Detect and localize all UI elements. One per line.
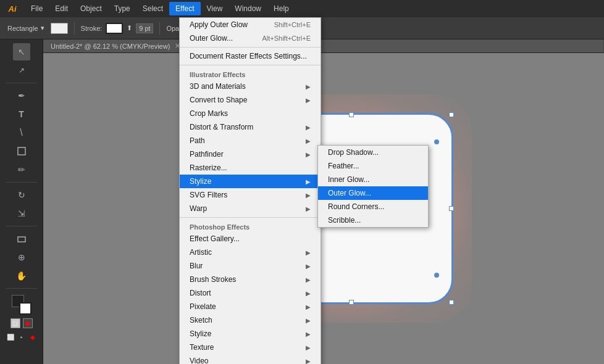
stroke-label: Stroke: [81,25,103,32]
sketch-label: Sketch [190,316,212,325]
artistic-label: Artistic [190,248,212,257]
menu-object[interactable]: Object [74,2,108,15]
handle-bm[interactable] [349,300,354,305]
menu-3d-materials[interactable]: 3D and Materials ▶ [180,80,321,93]
warp-arrow: ▶ [306,205,311,212]
stroke-swatch[interactable] [106,23,123,34]
menu-select[interactable]: Select [136,2,169,15]
menu-convert-shape[interactable]: Convert to Shape ▶ [180,93,321,107]
screen-mode-icon[interactable]: ⬜ [6,332,15,342]
screen-mode-icons: ⬜ ▪ ◆ [6,332,38,342]
handle-tr[interactable] [449,112,454,117]
section-illustrator: Illustrator Effects [180,67,321,80]
type-tool[interactable]: T [13,105,30,123]
tool-divider-4 [6,288,37,289]
menu-svg-filters[interactable]: SVG Filters ▶ [180,188,321,202]
stroke-value[interactable] [136,23,153,33]
direct-select-tool[interactable]: ↗ [13,62,30,79]
separator-3 [180,217,321,218]
app-icon: Ai [5,1,20,16]
menu-stylize[interactable]: Stylize ▶ [180,175,321,188]
brush-tool[interactable]: ✏ [13,161,30,178]
3d-materials-arrow: ▶ [306,83,311,90]
distort-transform-arrow: ▶ [306,124,311,131]
submenu-scribble[interactable]: Scribble... [318,213,428,227]
menu-help[interactable]: Help [267,2,295,15]
menu-warp[interactable]: Warp ▶ [180,202,321,215]
select-tool[interactable]: ↖ [13,43,30,60]
path-label: Path [190,136,205,145]
handle-mr[interactable] [449,206,454,211]
anchor-tr [434,139,439,144]
separator-2 [180,65,321,65]
raster-settings-label: Document Raster Effects Settings... [190,52,307,60]
line-tool[interactable]: \ [13,124,30,141]
menu-texture[interactable]: Texture ▶ [180,341,321,354]
menu-apply-outer-glow[interactable]: Apply Outer Glow Shift+Ctrl+E [180,18,321,31]
texture-arrow: ▶ [306,344,311,351]
fill-swatch[interactable] [51,23,68,34]
artboard-icon[interactable]: ▪ [17,332,27,342]
menu-edit[interactable]: Edit [49,2,74,15]
hand-tool[interactable]: ✋ [13,267,30,284]
menu-rasterize[interactable]: Rasterize... [180,161,321,175]
eraser-tool[interactable] [13,230,30,247]
submenu-inner-glow[interactable]: Inner Glow... [318,173,428,186]
artistic-arrow: ▶ [306,249,311,256]
texture-label: Texture [190,343,214,352]
mask-mode[interactable]: ◼ [23,318,33,328]
canvas-title: Untitled-2* @ 62.12 % (CMYK/Preview) [51,43,170,50]
menu-pathfinder[interactable]: Pathfinder ▶ [180,147,321,161]
menu-distort-transform[interactable]: Distort & Transform ▶ [180,120,321,134]
pixelate-label: Pixelate [190,302,216,311]
normal-mode[interactable]: ◻ [10,318,20,328]
submenu-drop-shadow[interactable]: Drop Shadow... [318,146,428,159]
red-icon[interactable]: ◆ [28,332,38,342]
shape-selector[interactable]: Rectangle ▾ [5,23,47,33]
handle-tm[interactable] [349,112,354,117]
distort-arrow: ▶ [306,290,311,297]
tool-divider-1 [6,83,37,83]
submenu-outer-glow[interactable]: Outer Glow... [318,186,428,200]
canvas-tab[interactable]: Untitled-2* @ 62.12 % (CMYK/Preview) ✕ [43,39,604,53]
menu-brush-strokes[interactable]: Brush Strokes ▶ [180,273,321,286]
menu-artistic[interactable]: Artistic ▶ [180,246,321,259]
rotate-tool[interactable]: ↻ [13,186,30,204]
inner-glow-label: Inner Glow... [328,175,369,184]
submenu-round-corners[interactable]: Round Corners... [318,200,428,213]
zoom-tool[interactable]: ⊕ [13,249,30,266]
stroke-color[interactable] [19,302,31,315]
menu-video[interactable]: Video ▶ [180,354,321,364]
pen-tool[interactable]: ✒ [13,87,30,104]
handle-br[interactable] [449,300,454,305]
menu-window[interactable]: Window [229,2,267,15]
menu-stylize-ps[interactable]: Stylize ▶ [180,327,321,341]
svg-rect-0 [18,147,25,155]
rectangle-tool[interactable] [13,143,30,160]
menu-pixelate[interactable]: Pixelate ▶ [180,300,321,313]
effect-menu[interactable]: Apply Outer Glow Shift+Ctrl+E Outer Glow… [179,17,321,364]
scale-tool[interactable]: ⇲ [13,205,30,222]
menu-effect[interactable]: Effect [169,2,200,15]
menu-effect-gallery[interactable]: Effect Gallery... [180,232,321,246]
path-arrow: ▶ [306,138,311,144]
mode-icons: ◻ ◼ [10,318,33,328]
menu-raster-settings[interactable]: Document Raster Effects Settings... [180,49,321,63]
stylize-submenu[interactable]: Drop Shadow... Feather... Inner Glow... … [317,145,429,228]
menu-outer-glow[interactable]: Outer Glow... Alt+Shift+Ctrl+E [180,31,321,45]
menu-view[interactable]: View [201,2,229,15]
menu-type[interactable]: Type [108,2,136,15]
svg-filters-label: SVG Filters [190,191,227,199]
sketch-arrow: ▶ [306,317,311,324]
crop-marks-label: Crop Marks [190,109,228,118]
menu-file[interactable]: File [25,2,49,15]
submenu-feather[interactable]: Feather... [318,159,428,173]
toolbar-divider-2 [159,22,160,35]
menu-crop-marks[interactable]: Crop Marks [180,107,321,120]
outer-glow-shortcut: Alt+Shift+Ctrl+E [262,35,311,42]
tool-divider-3 [6,226,37,226]
menu-distort[interactable]: Distort ▶ [180,286,321,300]
menu-path[interactable]: Path ▶ [180,134,321,147]
menu-sketch[interactable]: Sketch ▶ [180,313,321,327]
menu-blur[interactable]: Blur ▶ [180,259,321,273]
